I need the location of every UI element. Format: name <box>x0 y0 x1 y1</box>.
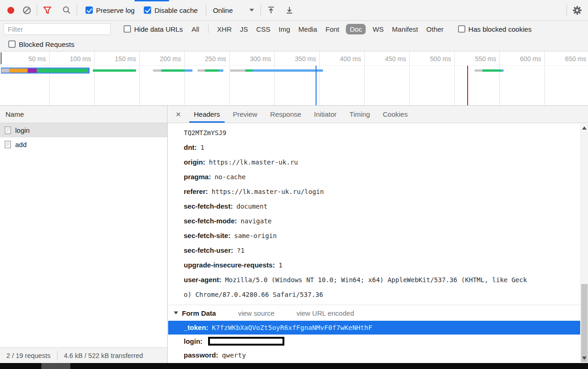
search-icon <box>62 6 71 14</box>
filter-type-font[interactable]: Font <box>325 25 339 33</box>
overview-origin-marker <box>0 52 2 64</box>
waterfall-segment <box>28 68 37 73</box>
network-main: Name loginadd 2 / 19 requests 4.6 kB / 5… <box>0 106 588 363</box>
header-value: Mozilla/5.0 (Windows NT 10.0; Win64; x64… <box>225 276 527 284</box>
transferred-size: 4.6 kB / 522 kB transferred <box>57 352 149 359</box>
throttling-dropdown[interactable]: Online <box>213 6 254 14</box>
triangle-down-icon[interactable] <box>174 312 178 314</box>
waterfall-bar[interactable] <box>198 69 223 72</box>
timeline-gridline <box>274 51 275 105</box>
header-name: dnt: <box>184 143 197 151</box>
timeline-gridline <box>364 51 365 105</box>
disable-cache-checkbox[interactable]: Disable cache <box>144 6 198 14</box>
header-name: user-agent: <box>184 276 221 284</box>
export-har-button[interactable] <box>283 4 296 17</box>
divider <box>206 5 206 16</box>
tab-timing[interactable]: Timing <box>343 106 376 123</box>
request-details-pane: × HeadersPreviewResponseInitiatorTimingC… <box>168 106 588 363</box>
param-value: K7fzWKbXaQVoZt5oyR6xfFgnaNMvF0f7wKeNHthF <box>212 324 372 331</box>
checkbox-unchecked-icon <box>124 25 131 33</box>
details-tabbar: × HeadersPreviewResponseInitiatorTimingC… <box>168 106 588 123</box>
scrollbar-thumb[interactable] <box>581 284 588 362</box>
filter-type-css[interactable]: CSS <box>256 25 271 33</box>
close-icon: × <box>175 109 181 119</box>
scroll-down-icon[interactable] <box>582 357 587 360</box>
waterfall-segment <box>205 69 219 72</box>
active-panel-tab-indicator <box>135 0 169 1</box>
request-row-login[interactable]: login <box>0 123 167 137</box>
form-param-login[interactable]: login: <box>168 335 580 348</box>
scroll-up-icon[interactable] <box>582 126 587 130</box>
network-overview-timeline[interactable]: 50 ms100 ms150 ms200 ms250 ms300 ms350 m… <box>0 51 588 106</box>
has-blocked-cookies-checkbox[interactable]: Has blocked cookies <box>458 25 532 33</box>
waterfall-segment <box>1 68 9 73</box>
header-value: o) Chrome/87.0.4280.66 Safari/537.36 <box>184 291 323 298</box>
filter-type-ws[interactable]: WS <box>373 25 384 33</box>
timeline-tick-label: 650 ms <box>550 55 586 62</box>
header-line-pragma: pragma:no-cache <box>168 170 580 184</box>
request-row-add[interactable]: add <box>0 137 167 152</box>
waterfall-segment <box>93 69 136 72</box>
bottom-scrollbar-segment[interactable] <box>41 363 70 369</box>
details-scrollbar[interactable] <box>580 123 588 363</box>
tab-response[interactable]: Response <box>264 106 308 123</box>
waterfall-bar[interactable] <box>153 69 192 72</box>
view-url-encoded-link[interactable]: view URL encoded <box>296 309 354 317</box>
timeline-gridline <box>544 51 545 105</box>
network-summary-bar: 2 / 19 requests 4.6 kB / 522 kB transfer… <box>0 347 167 363</box>
filter-type-doc[interactable]: Doc <box>346 24 366 34</box>
timeline-tick-label: 100 ms <box>55 55 91 62</box>
waterfall-segment <box>185 69 192 72</box>
tab-headers[interactable]: Headers <box>187 106 226 123</box>
requests-pane: Name loginadd 2 / 19 requests 4.6 kB / 5… <box>0 106 168 363</box>
header-value: ?1 <box>237 247 245 254</box>
blocked-requests-checkbox[interactable]: Blocked Requests <box>8 40 74 48</box>
header-value: TQ2MTZmYSJ9 <box>184 129 226 136</box>
tab-preview[interactable]: Preview <box>226 106 264 123</box>
hide-data-urls-checkbox[interactable]: Hide data URLs <box>124 25 183 33</box>
clear-button[interactable] <box>20 4 33 17</box>
form-param-token[interactable]: _token:K7fzWKbXaQVoZt5oyR6xfFgnaNMvF0f7w… <box>168 321 580 335</box>
disable-cache-label: Disable cache <box>154 6 198 14</box>
waterfall-bar[interactable] <box>93 69 136 72</box>
checkbox-checked-icon <box>85 6 93 14</box>
record-button[interactable] <box>7 7 14 14</box>
divider <box>37 5 37 16</box>
filter-type-img[interactable]: Img <box>279 25 290 33</box>
header-line-dnt: dnt:1 <box>168 140 580 155</box>
header-line-sec-fetch-dest: sec-fetch-dest:document <box>168 199 580 214</box>
header-value: 1 <box>200 144 204 151</box>
filter-input[interactable] <box>4 23 111 35</box>
form-data-title[interactable]: Form Data <box>182 309 216 317</box>
header-name: sec-fetch-dest: <box>184 202 233 210</box>
waterfall-bar[interactable] <box>230 69 323 72</box>
header-name: upgrade-insecure-requests: <box>184 261 275 269</box>
import-har-button[interactable] <box>265 4 277 17</box>
filter-type-media[interactable]: Media <box>299 25 317 33</box>
view-source-link[interactable]: view source <box>238 309 274 317</box>
header-name: sec-fetch-site: <box>184 232 231 239</box>
close-details-button[interactable]: × <box>172 106 185 123</box>
filter-toggle-button[interactable] <box>41 4 54 17</box>
waterfall-bar[interactable] <box>475 69 503 72</box>
filter-type-manifest[interactable]: Manifest <box>392 25 418 33</box>
filter-type-other[interactable]: Other <box>426 25 444 33</box>
filter-type-all[interactable]: All <box>192 25 199 33</box>
preserve-log-checkbox[interactable]: Preserve log <box>85 6 135 14</box>
filter-type-xhr[interactable]: XHR <box>217 25 232 33</box>
divider <box>208 25 209 33</box>
divider <box>77 5 77 16</box>
timeline-gridline <box>319 51 320 105</box>
network-toolbar: Preserve log Disable cache Online <box>0 0 588 21</box>
search-button[interactable] <box>60 4 73 17</box>
form-param-password[interactable]: password:qwerty <box>168 348 580 362</box>
upload-icon <box>267 6 275 14</box>
tab-initiator[interactable]: Initiator <box>308 106 343 123</box>
settings-button[interactable] <box>571 4 583 17</box>
filter-type-js[interactable]: JS <box>240 25 248 33</box>
name-column-header[interactable]: Name <box>0 106 167 123</box>
timeline-tick-label: 200 ms <box>145 55 181 62</box>
tab-cookies[interactable]: Cookies <box>376 106 414 123</box>
waterfall-bar-selected[interactable] <box>1 68 90 74</box>
checkbox-unchecked-icon <box>8 40 16 48</box>
